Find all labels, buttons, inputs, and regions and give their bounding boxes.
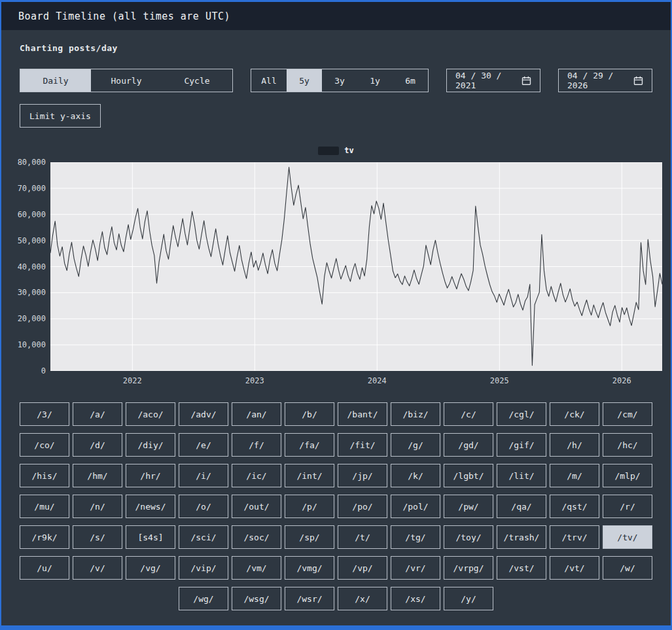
y-tick-label: 70,000 [1, 183, 46, 194]
board-button-x[interactable]: /x/ [338, 587, 387, 610]
board-button-sci[interactable]: /sci/ [179, 525, 228, 549]
board-button-po[interactable]: /po/ [338, 495, 387, 518]
board-button-wsg[interactable]: /wsg/ [232, 587, 281, 610]
board-button-jp[interactable]: /jp/ [338, 464, 387, 487]
board-button-o[interactable]: /o/ [179, 495, 228, 518]
board-button-b[interactable]: /b/ [285, 402, 334, 426]
date-from-input[interactable]: 04 / 30 / 2021 [446, 69, 540, 92]
board-button-p[interactable]: /p/ [285, 495, 334, 518]
calendar-icon [633, 76, 643, 86]
board-button-an[interactable]: /an/ [232, 402, 281, 426]
board-button-hm[interactable]: /hm/ [73, 464, 122, 487]
interval-cycle-button[interactable]: Cycle [162, 69, 232, 92]
board-button-int[interactable]: /int/ [285, 464, 334, 487]
board-button-w[interactable]: /w/ [603, 556, 652, 580]
board-button-xs[interactable]: /xs/ [391, 587, 440, 610]
board-button-vmg[interactable]: /vmg/ [285, 556, 334, 580]
board-button-r9k[interactable]: /r9k/ [20, 525, 69, 549]
date-from-value: 04 / 30 / 2021 [455, 71, 514, 90]
board-button-adv[interactable]: /adv/ [179, 402, 228, 426]
range-all-button[interactable]: All [251, 69, 287, 92]
board-button-e[interactable]: /e/ [179, 433, 228, 457]
board-button-vm[interactable]: /vm/ [232, 556, 281, 580]
board-button-g[interactable]: /g/ [391, 433, 440, 457]
board-button-vr[interactable]: /vr/ [391, 556, 440, 580]
board-button-vt[interactable]: /vt/ [550, 556, 599, 580]
board-button-r[interactable]: /r/ [603, 495, 652, 518]
board-button-biz[interactable]: /biz/ [391, 402, 440, 426]
y-tick-label: 60,000 [1, 209, 46, 220]
board-button-co[interactable]: /co/ [20, 433, 69, 457]
board-button-tv[interactable]: /tv/ [603, 525, 652, 549]
board-button-y[interactable]: /y/ [444, 587, 493, 610]
date-to-input[interactable]: 04 / 29 / 2026 [558, 69, 652, 92]
board-button-aco[interactable]: /aco/ [126, 402, 175, 426]
board-button-out[interactable]: /out/ [232, 495, 281, 518]
board-button-n[interactable]: /n/ [73, 495, 122, 518]
board-button-vp[interactable]: /vp/ [338, 556, 387, 580]
board-button-cm[interactable]: /cm/ [603, 402, 652, 426]
board-row: /wg//wsg//wsr//x//xs//y/ [1, 587, 671, 610]
board-button-t[interactable]: /t/ [338, 525, 387, 549]
board-button-ic[interactable]: /ic/ [232, 464, 281, 487]
board-button-vip[interactable]: /vip/ [179, 556, 228, 580]
board-button-sp[interactable]: /sp/ [285, 525, 334, 549]
board-button-vrpg[interactable]: /vrpg/ [444, 556, 493, 580]
board-button-wsr[interactable]: /wsr/ [285, 587, 334, 610]
board-button-pol[interactable]: /pol/ [391, 495, 440, 518]
x-tick-label: 2022 [113, 376, 152, 385]
interval-daily-button[interactable]: Daily [20, 69, 91, 92]
board-button-qa[interactable]: /qa/ [497, 495, 546, 518]
board-button-u[interactable]: /u/ [20, 556, 69, 580]
interval-hourly-button[interactable]: Hourly [91, 69, 162, 92]
range-5y-button[interactable]: 5y [287, 69, 322, 92]
board-button-c[interactable]: /c/ [444, 402, 493, 426]
board-button-d[interactable]: /d/ [73, 433, 122, 457]
board-button-hr[interactable]: /hr/ [126, 464, 175, 487]
board-button-news[interactable]: /news/ [126, 495, 175, 518]
board-button-hc[interactable]: /hc/ [603, 433, 652, 457]
board-button-m[interactable]: /m/ [550, 464, 599, 487]
board-button-fa[interactable]: /fa/ [285, 433, 334, 457]
board-button-diy[interactable]: /diy/ [126, 433, 175, 457]
board-button-lit[interactable]: /lit/ [497, 464, 546, 487]
board-button-ck[interactable]: /ck/ [550, 402, 599, 426]
board-button-trash[interactable]: /trash/ [497, 525, 546, 549]
range-3y-button[interactable]: 3y [322, 69, 357, 92]
board-button-gd[interactable]: /gd/ [444, 433, 493, 457]
board-button-toy[interactable]: /toy/ [444, 525, 493, 549]
board-button-mlp[interactable]: /mlp/ [603, 464, 652, 487]
range-1y-button[interactable]: 1y [357, 69, 393, 92]
board-button-pw[interactable]: /pw/ [444, 495, 493, 518]
board-button-s[interactable]: /s/ [73, 525, 122, 549]
board-button-soc[interactable]: /soc/ [232, 525, 281, 549]
board-button-k[interactable]: /k/ [391, 464, 440, 487]
board-button-cgl[interactable]: /cgl/ [497, 402, 546, 426]
limit-y-axis-button[interactable]: Limit y-axis [20, 104, 101, 128]
range-6m-button[interactable]: 6m [393, 69, 428, 92]
board-button-fit[interactable]: /fit/ [338, 433, 387, 457]
board-grid: /3//a//aco//adv//an//b//bant//biz//c//cg… [1, 402, 671, 610]
board-button-vg[interactable]: /vg/ [126, 556, 175, 580]
board-button-s4s[interactable]: [s4s] [126, 525, 175, 549]
board-button-f[interactable]: /f/ [232, 433, 281, 457]
board-button-qst[interactable]: /qst/ [550, 495, 599, 518]
board-button-v[interactable]: /v/ [73, 556, 122, 580]
board-button-bant[interactable]: /bant/ [338, 402, 387, 426]
x-axis-labels: 20222023202420252026 [1, 376, 672, 388]
board-button-i[interactable]: /i/ [179, 464, 228, 487]
board-button-h[interactable]: /h/ [550, 433, 599, 457]
board-button-wg[interactable]: /wg/ [179, 587, 228, 610]
board-button-tg[interactable]: /tg/ [391, 525, 440, 549]
y-tick-label: 30,000 [1, 287, 46, 298]
controls-row: Daily Hourly Cycle All 5y 3y 1y 6m 04 / … [20, 69, 652, 92]
board-button-a[interactable]: /a/ [73, 402, 122, 426]
board-button-trv[interactable]: /trv/ [550, 525, 599, 549]
board-button-lgbt[interactable]: /lgbt/ [444, 464, 493, 487]
board-button-mu[interactable]: /mu/ [20, 495, 69, 518]
board-button-3[interactable]: /3/ [20, 402, 69, 426]
board-button-gif[interactable]: /gif/ [497, 433, 546, 457]
board-button-vst[interactable]: /vst/ [497, 556, 546, 580]
page-title: Board Timeline (all times are UTC) [18, 10, 230, 22]
board-button-his[interactable]: /his/ [20, 464, 69, 487]
